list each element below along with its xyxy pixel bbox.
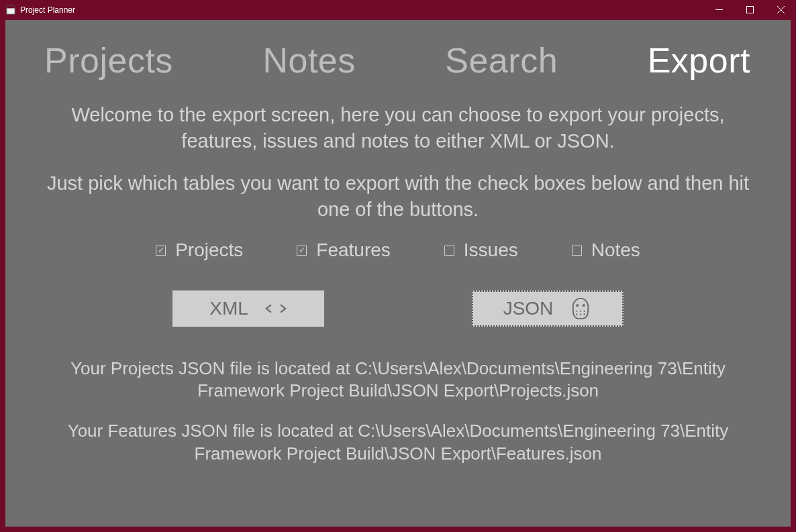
checkbox-notes[interactable]: Notes xyxy=(572,240,640,261)
checkbox-issues-box[interactable] xyxy=(444,246,454,256)
tabs: Projects Notes Search Export xyxy=(5,20,791,78)
export-message-features: Your Features JSON file is located at C:… xyxy=(46,420,750,466)
tab-notes[interactable]: Notes xyxy=(262,43,355,78)
xml-icon xyxy=(264,297,287,320)
svg-rect-1 xyxy=(7,6,15,9)
checkbox-features[interactable]: Features xyxy=(297,240,391,261)
intro-line-2: Just pick which tables you want to expor… xyxy=(32,170,764,223)
svg-point-13 xyxy=(584,313,585,315)
export-json-button[interactable]: JSON xyxy=(472,290,624,327)
svg-point-10 xyxy=(584,310,585,311)
json-icon xyxy=(569,297,592,320)
client-area: Projects Notes Search Export Welcome to … xyxy=(5,20,791,527)
app-icon xyxy=(5,5,16,15)
svg-point-9 xyxy=(580,310,581,311)
export-xml-button[interactable]: XML xyxy=(172,290,324,327)
svg-point-12 xyxy=(580,313,581,315)
export-json-label: JSON xyxy=(503,298,554,319)
checkbox-projects-box[interactable] xyxy=(156,246,166,256)
checkbox-row: Projects Features Issues Notes xyxy=(5,240,791,261)
checkbox-projects-label: Projects xyxy=(175,240,243,261)
checkbox-issues[interactable]: Issues xyxy=(444,240,518,261)
window-controls xyxy=(703,0,796,20)
intro-line-1: Welcome to the export screen, here you c… xyxy=(32,102,764,154)
tab-search[interactable]: Search xyxy=(445,43,558,78)
export-message-projects: Your Projects JSON file is located at C:… xyxy=(46,358,750,403)
checkbox-notes-box[interactable] xyxy=(572,246,582,256)
export-messages: Your Projects JSON file is located at C:… xyxy=(5,358,791,466)
svg-point-6 xyxy=(577,304,579,307)
checkbox-projects[interactable]: Projects xyxy=(156,240,243,261)
svg-rect-3 xyxy=(746,6,753,13)
intro-text: Welcome to the export screen, here you c… xyxy=(5,102,791,223)
tab-export[interactable]: Export xyxy=(648,43,750,78)
svg-point-8 xyxy=(577,310,578,311)
checkbox-features-label: Features xyxy=(316,240,391,261)
button-row: XML JSON xyxy=(5,290,791,327)
tab-projects[interactable]: Projects xyxy=(44,43,173,78)
titlebar: Project Planner xyxy=(0,0,796,20)
close-button[interactable] xyxy=(765,0,796,19)
checkbox-notes-label: Notes xyxy=(591,240,640,261)
minimize-button[interactable] xyxy=(703,0,734,19)
export-xml-label: XML xyxy=(209,298,248,319)
checkbox-features-box[interactable] xyxy=(297,246,307,256)
checkbox-issues-label: Issues xyxy=(464,240,518,261)
svg-point-11 xyxy=(577,313,578,315)
window-title: Project Planner xyxy=(20,5,75,15)
svg-point-7 xyxy=(583,304,585,307)
maximize-button[interactable] xyxy=(734,0,765,19)
